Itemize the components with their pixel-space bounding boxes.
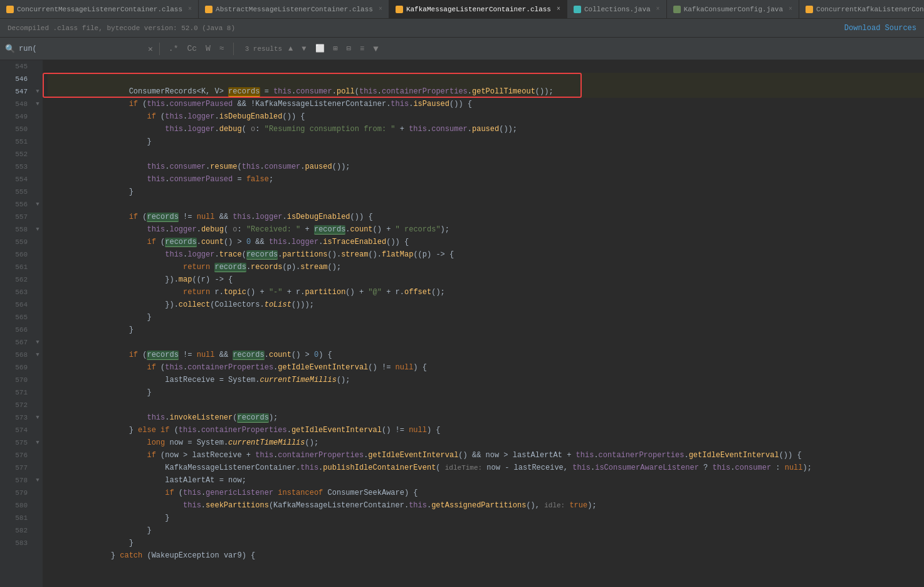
search-prev-button[interactable]: ▲ bbox=[286, 43, 295, 55]
search-next-button[interactable]: ▼ bbox=[299, 43, 308, 55]
this-552: this bbox=[147, 162, 165, 171]
search-close-button[interactable]: ✕ bbox=[148, 44, 153, 54]
dot1-574: . bbox=[224, 438, 228, 447]
records-hl2-567: records bbox=[233, 351, 264, 360]
dot2-556: . bbox=[283, 213, 287, 221]
paren1-578: ( bbox=[179, 489, 183, 497]
offset-562: offset bbox=[404, 288, 431, 297]
paren2-579: (), bbox=[526, 501, 544, 510]
containerprops-575: containerProperties bbox=[278, 451, 364, 460]
fold-575[interactable]: ▼ bbox=[36, 440, 39, 446]
kw-if-568: if bbox=[147, 363, 160, 372]
fold-578[interactable]: ▼ bbox=[36, 477, 39, 484]
dot4-546: . bbox=[468, 87, 472, 96]
fold-568[interactable]: ▼ bbox=[36, 352, 39, 358]
kw-true-579: true bbox=[569, 501, 587, 510]
dot4-575: . bbox=[684, 451, 688, 460]
search-expand-button[interactable]: ⊞ bbox=[331, 43, 340, 55]
search-case-button[interactable]: Cc bbox=[184, 43, 199, 55]
records-hl-556: records bbox=[147, 213, 178, 222]
line-num-570: 570 bbox=[0, 374, 28, 386]
gutter-573: ▼ bbox=[33, 411, 43, 424]
line-num-546: 546 bbox=[0, 73, 28, 85]
line-num-553: 553 bbox=[0, 161, 28, 173]
line-num-583: 583 bbox=[0, 537, 28, 549]
indent-581 bbox=[75, 526, 147, 535]
paren2-552: ()); bbox=[332, 162, 350, 171]
gutter-556: ▼ bbox=[33, 198, 43, 211]
search-find-in-file-button[interactable]: ⬜ bbox=[313, 43, 327, 55]
paused2-552: paused bbox=[305, 162, 332, 171]
str-549: "Resuming consumption from: " bbox=[265, 125, 396, 134]
line-num-554: 554 bbox=[0, 173, 28, 186]
dot3-559: . bbox=[278, 250, 282, 259]
gutter-581 bbox=[33, 512, 43, 524]
tab-concurrent-message[interactable]: ConcurrentMessageListenerContainer.class… bbox=[0, 0, 199, 19]
fold-548[interactable]: ▼ bbox=[36, 101, 39, 107]
tab-abstract-message[interactable]: AbstractMessageListenerContainer.class × bbox=[199, 0, 389, 19]
records-hl-558: records bbox=[165, 238, 196, 247]
search-input[interactable] bbox=[19, 45, 144, 53]
tab-close-1[interactable]: × bbox=[188, 6, 192, 13]
paren1-562: () + bbox=[246, 288, 269, 297]
istrace-558: isTraceEnabled bbox=[323, 238, 386, 246]
this-558: this bbox=[269, 238, 287, 246]
records-hl-567: records bbox=[147, 351, 178, 360]
line-num-582: 582 bbox=[0, 524, 28, 537]
seekpartitions-579: seekPartitions bbox=[206, 501, 269, 510]
count-558: count bbox=[201, 238, 224, 246]
tab-kafka-consumer-config[interactable]: KafkaConsumerConfig.java × bbox=[667, 0, 799, 19]
tab-close-5[interactable]: × bbox=[789, 6, 792, 13]
download-sources-button[interactable]: Download Sources bbox=[844, 24, 916, 33]
close-573: ) { bbox=[427, 426, 441, 435]
invokelistener-572: invokeListener bbox=[169, 413, 233, 422]
indent-547 bbox=[75, 100, 129, 108]
dot4-549: . bbox=[468, 125, 472, 134]
search-filter-button[interactable]: ▼ bbox=[370, 43, 381, 55]
dot1-558: . bbox=[197, 238, 201, 246]
tab-kafka-message[interactable]: KafkaMessageListenerContainer.class × bbox=[389, 0, 567, 19]
search-word-button[interactable]: W bbox=[203, 43, 213, 55]
paren3-559: (). bbox=[368, 250, 382, 259]
brace-550: } bbox=[147, 137, 151, 146]
tab-close-3[interactable]: × bbox=[557, 6, 560, 13]
and-567: && bbox=[215, 351, 233, 359]
search-expand2-button[interactable]: ⊟ bbox=[344, 43, 354, 55]
consumer2-552: consumer bbox=[265, 162, 301, 171]
gutter-566 bbox=[33, 324, 43, 336]
line-num-574: 574 bbox=[0, 424, 28, 436]
dot1-579: . bbox=[201, 501, 206, 510]
indent-578 bbox=[75, 489, 165, 497]
dot3-557: . bbox=[345, 225, 350, 234]
paren1-549: ( bbox=[242, 125, 251, 134]
this2-575: this bbox=[576, 451, 594, 460]
containerprops2-575: containerProperties bbox=[599, 451, 685, 460]
search-expand3-button[interactable]: ≡ bbox=[357, 43, 367, 55]
code-line-545 bbox=[48, 60, 924, 73]
paren1-557: ( bbox=[224, 225, 233, 234]
search-regex-button[interactable]: .* bbox=[166, 43, 181, 55]
search-bar: 🔍 ✕ .* Cc W ≈ 3 results ▲ ▼ ⬜ ⊞ ⊟ ≡ ▼ bbox=[0, 38, 924, 60]
kw-if-547: if bbox=[129, 100, 143, 108]
system-569: System bbox=[228, 376, 255, 384]
tab-concurrent-kafka[interactable]: ConcurrentKafkaListenerContainerFactory.… bbox=[799, 0, 924, 19]
gutter-574 bbox=[33, 424, 43, 436]
fold-558[interactable]: ▼ bbox=[36, 226, 39, 233]
code-line-572: this.invokeListener(records); bbox=[48, 399, 924, 411]
search-unknown-button[interactable]: ≈ bbox=[217, 43, 227, 55]
paren2-547: ()) { bbox=[449, 100, 472, 108]
tab-close-4[interactable]: × bbox=[656, 6, 660, 13]
containerprops-546: containerProperties bbox=[382, 87, 468, 96]
fold-556[interactable]: ▼ bbox=[36, 201, 39, 208]
fold-567[interactable]: ▼ bbox=[36, 339, 39, 346]
fold-547[interactable]: ▼ bbox=[36, 88, 39, 95]
logger-559: logger bbox=[187, 250, 214, 259]
type-k: K bbox=[201, 87, 206, 96]
fold-573[interactable]: ▼ bbox=[36, 415, 39, 421]
gutter-554 bbox=[33, 173, 43, 186]
tab-collections[interactable]: Collections.java × bbox=[567, 0, 667, 19]
close-578: ) { bbox=[404, 489, 418, 497]
tab-close-2[interactable]: × bbox=[379, 6, 382, 13]
gutter-564 bbox=[33, 299, 43, 311]
colon-549: : bbox=[255, 125, 264, 134]
